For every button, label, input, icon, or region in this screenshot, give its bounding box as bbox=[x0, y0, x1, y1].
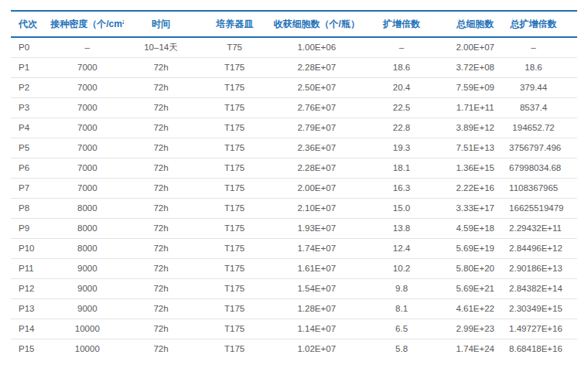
table-cell: 7.59E+09 bbox=[441, 77, 509, 97]
table-cell: 7.51E+13 bbox=[441, 138, 509, 158]
table-cell: 2.84382E+14 bbox=[509, 278, 577, 298]
column-header-4: 培养器皿 bbox=[198, 11, 272, 37]
table-cell: 2.76E+07 bbox=[272, 97, 362, 118]
table-cell: P2 bbox=[11, 77, 50, 97]
table-row: P9800072hT1751.93E+0713.84.59E+182.29432… bbox=[11, 218, 577, 238]
table-cell: 19.3 bbox=[362, 138, 441, 158]
table-cell: 2.10E+07 bbox=[272, 198, 362, 218]
table-cell: 8000 bbox=[50, 218, 124, 238]
table-cell: 10000 bbox=[50, 339, 124, 359]
table-cell: P9 bbox=[11, 218, 50, 238]
table-cell: 9000 bbox=[50, 258, 124, 278]
table-cell: 1.71E+11 bbox=[441, 97, 509, 118]
table-cell: 1.74E+07 bbox=[272, 238, 362, 258]
table-cell: 1.14E+07 bbox=[272, 319, 362, 339]
table-row: P8800072hT1752.10E+0715.03.33E+171662551… bbox=[11, 198, 577, 218]
table-cell: 18.1 bbox=[362, 158, 441, 178]
table-cell: 72h bbox=[124, 138, 197, 158]
table-cell: 72h bbox=[124, 198, 197, 218]
table-cell: 2.22E+16 bbox=[441, 178, 509, 198]
table-cell: 72h bbox=[124, 238, 197, 258]
passage-data-table: 代次接种密度（个/cm²）时间培养器皿收获细胞数（个/瓶）扩增倍数总细胞数总扩增… bbox=[11, 10, 577, 359]
table-cell: P10 bbox=[11, 238, 50, 258]
table-cell: 9000 bbox=[50, 298, 124, 319]
table-cell: T175 bbox=[198, 57, 272, 77]
table-cell: 8000 bbox=[50, 198, 124, 218]
table-cell: 2.00E+07 bbox=[272, 178, 362, 198]
table-cell: 4.59E+18 bbox=[441, 218, 509, 238]
table-cell: 5.80E+20 bbox=[441, 258, 509, 278]
column-header-5: 收获细胞数（个/瓶） bbox=[272, 11, 362, 37]
table-row: P12900072hT1751.54E+079.85.69E+212.84382… bbox=[11, 278, 577, 298]
table-cell: 1.00E+06 bbox=[272, 37, 362, 57]
table-cell: 2.79E+07 bbox=[272, 118, 362, 138]
table-cell: 67998034.68 bbox=[509, 158, 577, 178]
table-row: P6700072hT1752.28E+0718.11.36E+156799803… bbox=[11, 158, 577, 178]
column-header-2: 接种密度（个/cm²） bbox=[50, 11, 124, 37]
table-cell: 72h bbox=[124, 118, 197, 138]
table-cell: P15 bbox=[11, 339, 50, 359]
table-cell: T175 bbox=[198, 118, 272, 138]
table-cell: 72h bbox=[124, 218, 197, 238]
table-cell: T175 bbox=[198, 218, 272, 238]
table-cell: P6 bbox=[11, 158, 50, 178]
table-row: P2700072hT1752.50E+0720.47.59E+09379.44 bbox=[11, 77, 577, 97]
table-row: P4700072hT1752.79E+0722.83.89E+12194652.… bbox=[11, 118, 577, 138]
table-cell: 10.2 bbox=[362, 258, 441, 278]
table-cell: 6.5 bbox=[362, 319, 441, 339]
column-header-6: 扩增倍数 bbox=[362, 11, 441, 37]
table-cell: P11 bbox=[11, 258, 50, 278]
table-cell: 5.8 bbox=[362, 339, 441, 359]
table-header: 代次接种密度（个/cm²）时间培养器皿收获细胞数（个/瓶）扩增倍数总细胞数总扩增… bbox=[11, 11, 577, 37]
table-cell: 5.69E+19 bbox=[441, 238, 509, 258]
table-row: P11900072hT1751.61E+0710.25.80E+202.9018… bbox=[11, 258, 577, 278]
table-cell: 72h bbox=[124, 77, 197, 97]
table-cell: 3.72E+08 bbox=[441, 57, 509, 77]
table-cell: T175 bbox=[198, 77, 272, 97]
table-cell: P3 bbox=[11, 97, 50, 118]
table-cell: T175 bbox=[198, 298, 272, 319]
table-cell: 16.3 bbox=[362, 178, 441, 198]
table-cell: 1.74E+24 bbox=[441, 339, 509, 359]
table-cell: T175 bbox=[198, 339, 272, 359]
table-cell: 1.02E+07 bbox=[272, 339, 362, 359]
table-cell: T175 bbox=[198, 138, 272, 158]
table-row: P0–10–14天T751.00E+06–2.00E+07– bbox=[11, 37, 577, 57]
table-cell: 2.28E+07 bbox=[272, 158, 362, 178]
table-cell: 1.93E+07 bbox=[272, 218, 362, 238]
table-cell: 9.8 bbox=[362, 278, 441, 298]
column-header-3: 时间 bbox=[124, 11, 197, 37]
table-cell: T175 bbox=[198, 198, 272, 218]
table-cell: 2.30349E+15 bbox=[509, 298, 577, 319]
table-cell: – bbox=[362, 37, 441, 57]
table-cell: P14 bbox=[11, 319, 50, 339]
table-cell: P8 bbox=[11, 198, 50, 218]
table-body: P0–10–14天T751.00E+06–2.00E+07–P1700072hT… bbox=[11, 37, 577, 359]
table-cell: 10000 bbox=[50, 319, 124, 339]
table-row: P141000072hT1751.14E+076.52.99E+231.4972… bbox=[11, 319, 577, 339]
table-row: P5700072hT1752.36E+0719.37.51E+133756797… bbox=[11, 138, 577, 158]
table-cell: 1.54E+07 bbox=[272, 278, 362, 298]
table-cell: 2.29432E+11 bbox=[509, 218, 577, 238]
table-cell: – bbox=[50, 37, 124, 57]
table-cell: 13.8 bbox=[362, 218, 441, 238]
table-cell: T175 bbox=[198, 97, 272, 118]
table-cell: 7000 bbox=[50, 97, 124, 118]
table-cell: 8537.4 bbox=[509, 97, 577, 118]
table-cell: 8.68418E+16 bbox=[509, 339, 577, 359]
table-cell: 2.84496E+12 bbox=[509, 238, 577, 258]
table-cell: 22.8 bbox=[362, 118, 441, 138]
table-cell: 3756797.496 bbox=[509, 138, 577, 158]
header-row: 代次接种密度（个/cm²）时间培养器皿收获细胞数（个/瓶）扩增倍数总细胞数总扩增… bbox=[11, 11, 577, 37]
column-header-7: 总细胞数 bbox=[441, 11, 509, 37]
table-cell: P5 bbox=[11, 138, 50, 158]
table-cell: 3.33E+17 bbox=[441, 198, 509, 218]
table-cell: 16625519479 bbox=[509, 198, 577, 218]
table-cell: 18.6 bbox=[362, 57, 441, 77]
table-cell: 3.89E+12 bbox=[441, 118, 509, 138]
table-cell: 72h bbox=[124, 97, 197, 118]
table-cell: 12.4 bbox=[362, 238, 441, 258]
table-cell: 7000 bbox=[50, 138, 124, 158]
table-cell: 2.00E+07 bbox=[441, 37, 509, 57]
table-cell: T175 bbox=[198, 158, 272, 178]
